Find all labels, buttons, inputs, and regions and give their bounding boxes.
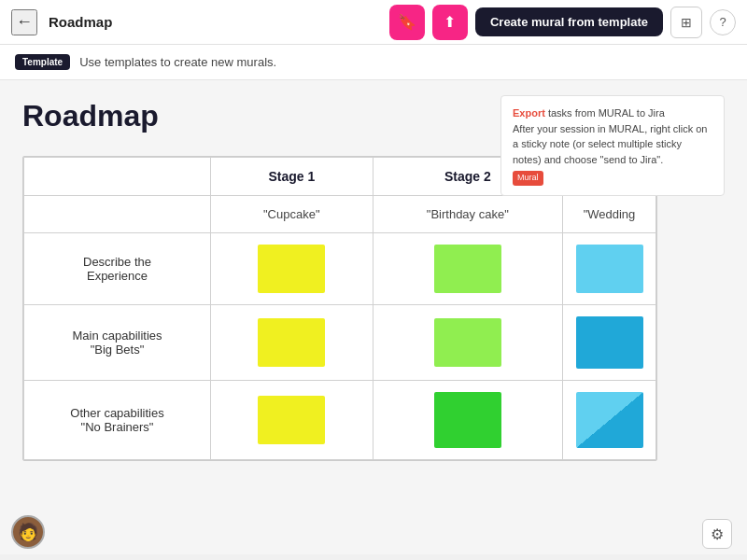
sticky-note-green-light-2	[434, 318, 501, 367]
cell-s1-nobrainers	[211, 381, 374, 460]
menu-icon: ⊞	[681, 15, 692, 30]
sticky-note-yellow	[258, 245, 325, 293]
table-row: Other capabilities"No Brainers"	[24, 381, 656, 460]
stage-1-subtitle: "Cupcake"	[211, 196, 374, 233]
preview-card-body: After your session in MURAL, right click…	[513, 121, 712, 168]
upload-button[interactable]: ⬆	[432, 5, 468, 40]
preview-card: Export tasks from MURAL to Jira After yo…	[500, 95, 725, 196]
row-label-bigbets: Main capabilities"Big Bets"	[24, 305, 211, 381]
preview-card-text: tasks from MURAL to Jira	[548, 107, 665, 119]
table-row: Describe theExperience	[24, 233, 656, 305]
avatar-image: 🧑	[18, 522, 38, 542]
stage-1-header: Stage 1	[211, 158, 374, 196]
export-link[interactable]: Export	[513, 107, 545, 119]
avatar[interactable]: 🧑	[11, 515, 45, 549]
sticky-note-yellow-3	[258, 396, 325, 444]
page-title: Roadmap	[49, 14, 378, 30]
menu-button[interactable]: ⊞	[670, 7, 702, 38]
help-button[interactable]: ?	[710, 9, 736, 35]
sticky-note-blue-dark	[576, 316, 643, 369]
bookmark-button[interactable]: 🔖	[389, 5, 425, 40]
create-mural-button[interactable]: Create mural from template	[475, 7, 663, 36]
cell-s3-bigbets	[563, 305, 656, 381]
cell-s2-experience	[373, 233, 562, 305]
cell-s1-experience	[211, 233, 374, 305]
main-content: Export tasks from MURAL to Jira After yo…	[0, 80, 747, 554]
table-row: Main capabilities"Big Bets"	[24, 305, 656, 381]
stage-subtitle-row: "Cupcake" "Birthday cake" "Wedding	[24, 196, 656, 233]
settings-icon: ⚙	[711, 525, 724, 543]
stage-3-subtitle: "Wedding	[563, 196, 656, 233]
cell-s3-experience	[563, 233, 656, 305]
sticky-note-green	[434, 392, 501, 448]
template-bar: Template Use templates to create new mur…	[0, 45, 747, 80]
upload-icon: ⬆	[444, 13, 456, 31]
roadmap-table: Stage 1 Stage 2 Stage "Cupcake" "Birthda…	[23, 157, 656, 460]
sticky-note-blue-mixed	[576, 392, 643, 448]
template-badge: Template	[15, 54, 70, 70]
navbar: ← Roadmap 🔖 ⬆ Create mural from template…	[0, 0, 747, 45]
sticky-note-green-light	[434, 245, 501, 293]
mural-tag: Mural	[513, 171, 543, 186]
sticky-note-blue	[576, 245, 643, 293]
cell-s3-nobrainers	[563, 381, 656, 460]
stage-2-subtitle: "Birthday cake"	[373, 196, 562, 233]
back-button[interactable]: ←	[11, 9, 37, 35]
cell-s2-nobrainers	[373, 381, 562, 460]
subtitle-empty-cell	[24, 196, 211, 233]
bookmark-icon: 🔖	[398, 13, 416, 31]
cell-s2-bigbets	[373, 305, 562, 381]
cell-s1-bigbets	[211, 305, 374, 381]
back-icon: ←	[16, 12, 33, 32]
navbar-actions: 🔖 ⬆ Create mural from template ⊞ ?	[389, 5, 736, 40]
template-description: Use templates to create new murals.	[79, 55, 276, 69]
settings-button[interactable]: ⚙	[702, 519, 732, 549]
header-empty-cell	[24, 158, 211, 196]
roadmap-container: Stage 1 Stage 2 Stage "Cupcake" "Birthda…	[22, 156, 657, 461]
row-label-experience: Describe theExperience	[24, 233, 211, 305]
help-icon: ?	[719, 15, 726, 29]
row-label-nobrainers: Other capabilities"No Brainers"	[24, 381, 211, 460]
sticky-note-yellow-2	[258, 318, 325, 367]
